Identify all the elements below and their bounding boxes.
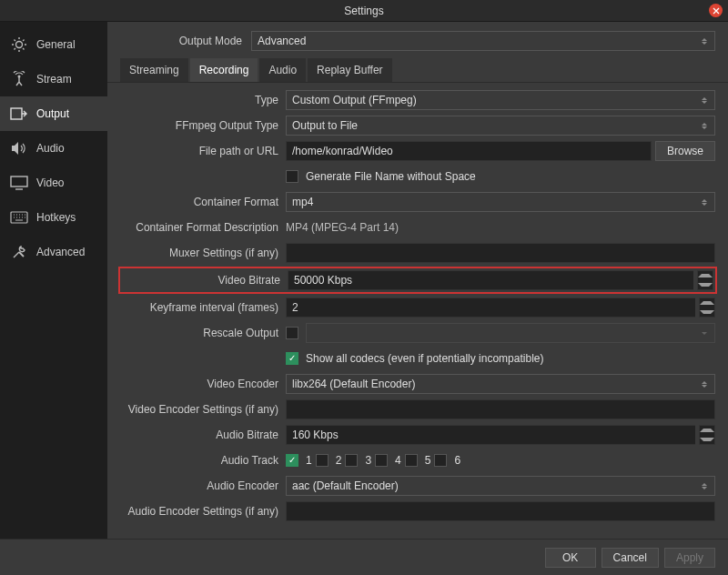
audio-encoder-settings-input[interactable] bbox=[286, 501, 715, 521]
keyboard-icon bbox=[9, 209, 29, 226]
sidebar-item-label: Output bbox=[36, 107, 69, 120]
tools-icon bbox=[9, 244, 29, 260]
browse-button[interactable]: Browse bbox=[655, 141, 715, 161]
tab-streaming[interactable]: Streaming bbox=[120, 58, 188, 82]
main-panel: Output Mode Advanced Streaming Recording… bbox=[107, 22, 728, 539]
container-label: Container Format bbox=[120, 196, 286, 208]
tab-recording[interactable]: Recording bbox=[190, 58, 258, 82]
keyframe-spinner[interactable] bbox=[699, 298, 715, 318]
titlebar: Settings bbox=[0, 0, 728, 22]
video-encoder-settings-input[interactable] bbox=[286, 399, 715, 419]
video-encoder-dropdown[interactable]: libx264 (Default Encoder) bbox=[286, 374, 715, 394]
audio-bitrate-label: Audio Bitrate bbox=[120, 429, 286, 441]
video-bitrate-input[interactable]: 50000 Kbps bbox=[288, 270, 693, 290]
sidebar-item-label: Stream bbox=[36, 73, 72, 86]
rescale-dropdown bbox=[306, 323, 715, 343]
rescale-label: Rescale Output bbox=[120, 327, 286, 339]
svg-rect-3 bbox=[11, 177, 27, 187]
audio-encoder-label: Audio Encoder bbox=[120, 479, 286, 492]
close-button[interactable] bbox=[709, 4, 723, 17]
ok-button[interactable]: OK bbox=[545, 548, 596, 568]
gear-icon bbox=[9, 36, 29, 53]
sidebar-item-label: Advanced bbox=[36, 246, 85, 258]
muxer-input[interactable] bbox=[286, 243, 715, 263]
type-dropdown[interactable]: Custom Output (FFmpeg) bbox=[286, 90, 715, 110]
gen-filename-label: Generate File Name without Space bbox=[306, 170, 476, 183]
audio-track-3-checkbox[interactable] bbox=[345, 454, 358, 467]
keyframe-label: Keyframe interval (frames) bbox=[120, 301, 286, 314]
sidebar-item-advanced[interactable]: Advanced bbox=[0, 235, 107, 269]
rescale-checkbox[interactable] bbox=[286, 327, 298, 339]
sidebar-item-audio[interactable]: Audio bbox=[0, 131, 107, 166]
audio-track-6-checkbox[interactable] bbox=[434, 454, 447, 467]
tab-replay-buffer[interactable]: Replay Buffer bbox=[308, 58, 392, 82]
sidebar-item-general[interactable]: General bbox=[0, 27, 107, 62]
chevron-updown-icon bbox=[700, 38, 709, 45]
sidebar-item-hotkeys[interactable]: Hotkeys bbox=[0, 200, 107, 235]
container-desc-label: Container Format Description bbox=[120, 221, 286, 234]
sidebar-item-output[interactable]: Output bbox=[0, 96, 107, 131]
container-desc-value: MP4 (MPEG-4 Part 14) bbox=[286, 221, 399, 234]
svg-point-0 bbox=[16, 42, 23, 48]
broadcast-icon bbox=[9, 71, 29, 87]
show-all-codecs-label: Show all codecs (even if potentially inc… bbox=[306, 352, 543, 365]
audio-encoder-settings-label: Audio Encoder Settings (if any) bbox=[120, 505, 286, 518]
output-tabs: Streaming Recording Audio Replay Buffer bbox=[107, 58, 728, 83]
sidebar-item-video[interactable]: Video bbox=[0, 166, 107, 200]
output-icon bbox=[9, 106, 29, 122]
video-encoder-settings-label: Video Encoder Settings (if any) bbox=[120, 403, 286, 416]
window-title: Settings bbox=[344, 5, 383, 17]
container-dropdown[interactable]: mp4 bbox=[286, 192, 715, 212]
show-all-codecs-checkbox[interactable] bbox=[286, 352, 298, 365]
audio-encoder-dropdown[interactable]: aac (Default Encoder) bbox=[286, 476, 715, 496]
video-bitrate-spinner[interactable] bbox=[697, 270, 713, 290]
sidebar-item-label: Video bbox=[36, 177, 64, 189]
footer: OK Cancel Apply bbox=[0, 539, 728, 575]
cancel-button[interactable]: Cancel bbox=[602, 548, 659, 568]
muxer-label: Muxer Settings (if any) bbox=[120, 247, 286, 259]
audio-track-label: Audio Track bbox=[120, 454, 286, 467]
audio-track-1-checkbox[interactable] bbox=[286, 454, 298, 467]
speaker-icon bbox=[9, 140, 29, 156]
sidebar-item-label: General bbox=[36, 38, 76, 51]
sidebar-item-stream[interactable]: Stream bbox=[0, 62, 107, 96]
sidebar-item-label: Hotkeys bbox=[36, 211, 76, 224]
audio-bitrate-input[interactable]: 160 Kbps bbox=[286, 425, 695, 445]
ffmpeg-type-label: FFmpeg Output Type bbox=[120, 119, 286, 132]
file-path-label: File path or URL bbox=[120, 145, 286, 157]
keyframe-input[interactable]: 2 bbox=[286, 298, 695, 318]
audio-track-2-checkbox[interactable] bbox=[316, 454, 329, 467]
gen-filename-checkbox[interactable] bbox=[286, 170, 298, 183]
type-label: Type bbox=[120, 94, 286, 106]
video-bitrate-label: Video Bitrate bbox=[122, 274, 288, 287]
monitor-icon bbox=[9, 175, 29, 191]
audio-bitrate-spinner[interactable] bbox=[699, 425, 715, 445]
file-path-input[interactable]: /home/konrad/Wideo bbox=[286, 141, 652, 161]
ffmpeg-type-dropdown[interactable]: Output to File bbox=[286, 116, 715, 136]
audio-track-4-checkbox[interactable] bbox=[375, 454, 388, 467]
video-encoder-label: Video Encoder bbox=[120, 378, 286, 390]
sidebar-item-label: Audio bbox=[36, 142, 65, 155]
tab-audio[interactable]: Audio bbox=[259, 58, 306, 82]
sidebar: General Stream Output Audio Video Hotkey… bbox=[0, 22, 107, 539]
output-mode-label: Output Mode bbox=[120, 35, 251, 47]
apply-button: Apply bbox=[664, 548, 715, 568]
audio-track-5-checkbox[interactable] bbox=[405, 454, 418, 467]
svg-rect-2 bbox=[11, 108, 22, 119]
output-mode-dropdown[interactable]: Advanced bbox=[251, 31, 715, 51]
